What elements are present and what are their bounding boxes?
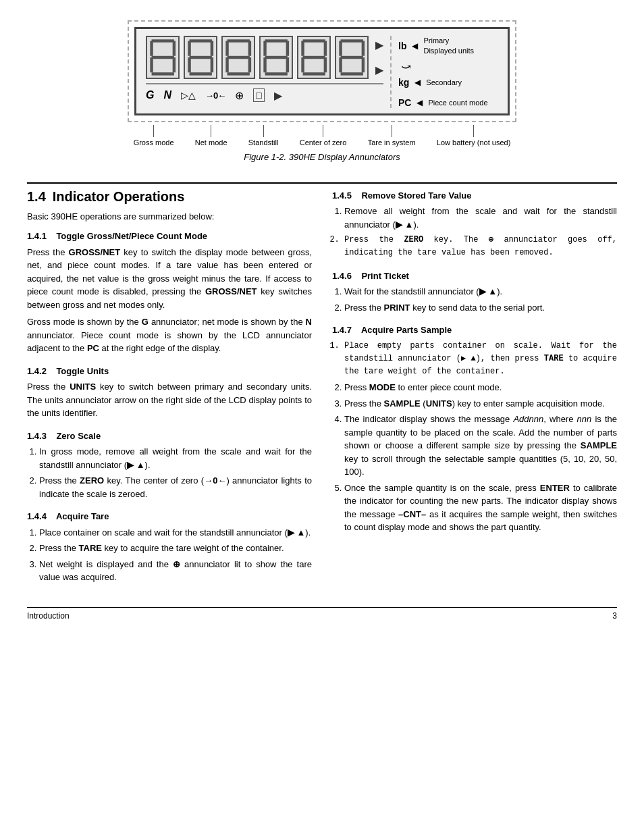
standstill-label-col: Standstill — [248, 125, 279, 147]
pc-desc: Piece count mode — [428, 99, 487, 107]
subsection-1-4-2-title: 1.4.2 Toggle Units — [27, 365, 312, 378]
svg-rect-5 — [172, 57, 175, 72]
ann-blank: □ — [253, 88, 264, 102]
main-content: 1.4 Indicator Operations Basic 390HE ope… — [27, 189, 617, 594]
standstill-tick — [263, 125, 264, 137]
subsection-1-4-3-item-2: Press the ZERO key. The center of zero (… — [39, 474, 312, 500]
subsection-1-4-3-num: 1.4.3 — [27, 431, 54, 441]
annunciator-symbols: G N ▷△ →0← ⊕ □ ▶ — [146, 83, 383, 102]
subsection-1-4-1: 1.4.1 Toggle Gross/Net/Piece Count Mode … — [27, 230, 312, 355]
svg-rect-9 — [210, 41, 213, 56]
center-zero-label: Center of zero — [300, 138, 347, 147]
subsection-1-4-2-p1: Press the UNITS key to switch between pr… — [27, 380, 312, 420]
ann-G: G — [146, 89, 154, 101]
subsection-1-4-4-item-1: Place container on scale and wait for th… — [39, 526, 312, 540]
right-column: 1.4.5 Remove Stored Tare Value Remove al… — [332, 189, 617, 594]
subsection-1-4-2-label: Toggle Units — [56, 366, 109, 376]
subsection-1-4-7-title: 1.4.7 Acquire Parts Sample — [332, 323, 617, 337]
curved-arrows: ⤻ — [401, 59, 498, 74]
center-zero-label-col: Center of zero — [300, 125, 347, 147]
gross-tick — [153, 125, 154, 137]
subsection-1-4-5-label: Remove Stored Tare Value — [361, 190, 471, 201]
subsection-1-4-5: 1.4.5 Remove Stored Tare Value Remove al… — [332, 189, 617, 260]
svg-rect-3 — [151, 56, 173, 59]
section-title: Indicator Operations — [53, 189, 185, 205]
svg-rect-8 — [188, 41, 190, 56]
section-number: 1.4 — [27, 189, 46, 205]
subsection-1-4-3: 1.4.3 Zero Scale In gross mode, remove a… — [27, 429, 312, 501]
display-diagram-outer: ▶ ▶ G N ▷△ →0← ⊕ □ ▶ — [128, 20, 516, 122]
digit-4 — [259, 36, 293, 79]
units-panel: lb ◀ Primary Displayed units ⤻ kg — [390, 36, 498, 108]
subsection-1-4-4-num: 1.4.4 — [27, 511, 54, 521]
low-battery-label: Low battery (not used) — [437, 138, 510, 147]
figure-container: ▶ ▶ G N ▷△ →0← ⊕ □ ▶ — [27, 14, 617, 169]
svg-rect-6 — [151, 72, 173, 75]
subsection-1-4-6-label: Print Ticket — [361, 271, 409, 281]
svg-rect-23 — [286, 41, 288, 56]
gross-mode-label-col: Gross mode — [134, 125, 174, 147]
subsection-1-4-6-list: Wait for the standstill annunciator (▶ ▲… — [332, 285, 617, 314]
subsection-1-4-7-list: Place empty parts container on scale. Wa… — [332, 340, 617, 534]
svg-rect-4 — [150, 57, 153, 72]
svg-rect-11 — [188, 57, 190, 72]
ann-center-zero: →0← — [205, 90, 225, 101]
svg-rect-39 — [339, 57, 342, 72]
svg-rect-15 — [225, 41, 228, 56]
tare-label-col: Tare in system — [368, 125, 416, 147]
svg-rect-36 — [339, 41, 342, 56]
ann-N: N — [163, 89, 171, 101]
ann-tare: ⊕ — [235, 89, 244, 102]
section-header: 1.4 Indicator Operations — [27, 189, 312, 207]
subsection-1-4-3-title: 1.4.3 Zero Scale — [27, 429, 312, 443]
center-zero-tick — [323, 125, 323, 137]
subsection-1-4-3-list: In gross mode, remove all weight from th… — [27, 445, 312, 500]
svg-rect-29 — [301, 41, 304, 56]
digits-and-annunciators: ▶ ▶ G N ▷△ →0← ⊕ □ ▶ — [146, 36, 383, 102]
subsection-1-4-6: 1.4.6 Print Ticket Wait for the standsti… — [332, 269, 617, 315]
ann-standstill: ▷△ — [181, 90, 196, 101]
subsection-1-4-5-item-2: Press the ZERO key. The ⊕ annunciator go… — [344, 234, 617, 259]
diagram-labels-row: Gross mode Net mode Standstill Center of… — [123, 125, 521, 147]
svg-rect-27 — [265, 72, 287, 75]
svg-rect-37 — [361, 41, 364, 56]
svg-rect-14 — [227, 39, 249, 42]
svg-rect-1 — [150, 41, 153, 56]
subsection-1-4-7-num: 1.4.7 — [332, 325, 359, 335]
kg-row: kg ◀ Secondary — [398, 77, 498, 88]
subsection-1-4-2: 1.4.2 Toggle Units Press the UNITS key t… — [27, 365, 312, 420]
pc-label: PC — [398, 97, 411, 108]
kg-desc: Secondary — [426, 78, 462, 86]
subsection-1-4-7-item-2: Press MODE to enter piece count mode. — [344, 381, 617, 394]
digit-5 — [297, 36, 331, 79]
svg-rect-26 — [286, 57, 288, 72]
subsection-1-4-4-item-2: Press the TARE key to acquire the tare w… — [39, 542, 312, 555]
figure-caption: Figure 1-2. 390HE Display Annunciators — [244, 152, 400, 162]
kg-arrow: ◀ — [414, 78, 421, 87]
subsection-1-4-5-list: Remove all weight from the scale and wai… — [332, 205, 617, 259]
svg-rect-41 — [340, 72, 363, 75]
lb-primary: Primary — [423, 36, 474, 46]
tare-tick — [392, 125, 392, 137]
low-battery-tick — [473, 125, 474, 137]
subsection-1-4-6-item-2: Press the PRINT key to send data to the … — [344, 301, 617, 315]
footer-left: Introduction — [27, 611, 70, 621]
svg-rect-18 — [225, 57, 228, 72]
subsection-1-4-7: 1.4.7 Acquire Parts Sample Place empty p… — [332, 323, 617, 534]
low-battery-label-col: Low battery (not used) — [437, 125, 510, 147]
svg-rect-24 — [265, 56, 287, 59]
subsection-1-4-5-title: 1.4.5 Remove Stored Tare Value — [332, 189, 617, 203]
subsection-1-4-7-item-3: Press the SAMPLE (UNITS) key to enter sa… — [344, 397, 617, 411]
svg-rect-30 — [323, 41, 326, 56]
pc-arrow: ◀ — [417, 98, 423, 107]
section-intro: Basic 390HE operations are summarized be… — [27, 210, 312, 224]
svg-rect-40 — [361, 57, 364, 72]
subsection-1-4-7-item-1: Place empty parts container on scale. Wa… — [344, 340, 617, 379]
digit-1 — [146, 36, 180, 79]
net-mode-label-col: Net mode — [195, 125, 227, 147]
lb-row: lb ◀ Primary Displayed units — [398, 36, 498, 57]
left-column: 1.4 Indicator Operations Basic 390HE ope… — [27, 189, 312, 594]
subsection-1-4-7-item-4: The indicator display shows the message … — [344, 413, 617, 479]
lb-label: lb — [398, 41, 406, 51]
page-footer: Introduction 3 — [27, 607, 617, 621]
